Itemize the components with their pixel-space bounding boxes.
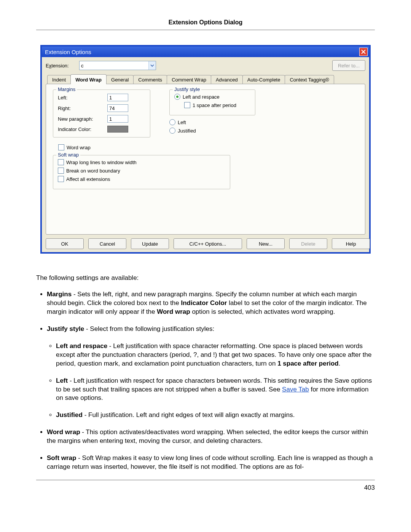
settings-intro: The following settings are available:: [36, 274, 375, 282]
justify-left-respace-radio[interactable]: [174, 94, 180, 100]
tab-strip: Indent Word Wrap General Comments Commen…: [46, 74, 365, 84]
refer-to-button[interactable]: Refer to...: [332, 60, 365, 71]
justify-left-radio[interactable]: [169, 119, 175, 125]
break-word-boundary-label: Break on word boundary: [66, 168, 120, 174]
tab-word-wrap[interactable]: Word Wrap: [70, 74, 107, 84]
wrap-long-lines-label: Wrap long lines to window width: [66, 160, 137, 165]
list-item: Justified - Full justification. Left and…: [56, 411, 375, 420]
new-button[interactable]: New...: [247, 238, 285, 249]
extension-dropdown-button[interactable]: [148, 61, 156, 70]
margin-left-label: Left:: [58, 95, 107, 101]
cancel-button[interactable]: Cancel: [88, 238, 126, 249]
extension-options-dialog: Extension Options Extension: Refer to...: [41, 45, 370, 253]
soft-wrap-group: Soft wrap Wrap long lines to window widt…: [53, 155, 230, 189]
margin-right-input[interactable]: [107, 104, 128, 112]
page-header: Extension Options Dialog: [36, 19, 375, 30]
tab-panel-word-wrap: Margins Left: Right: New paragraph: Indi…: [46, 84, 365, 235]
indicator-color-swatch[interactable]: [107, 126, 128, 133]
list-item: Left and respace - Left justification wi…: [56, 342, 375, 368]
justify-left-respace-label: Left and respace: [183, 94, 220, 100]
margin-right-label: Right:: [58, 105, 107, 111]
list-item: Justify style - Select from the followin…: [47, 325, 375, 420]
justify-justified-radio[interactable]: [169, 128, 175, 134]
extension-label: Extension:: [46, 63, 76, 69]
word-wrap-check[interactable]: [58, 144, 64, 150]
dialog-titlebar: Extension Options: [42, 46, 369, 57]
settings-list: Margins - Sets the left, right, and new …: [36, 290, 375, 471]
margin-newpara-input[interactable]: [107, 115, 128, 123]
language-options-button[interactable]: C/C++ Options...: [174, 238, 242, 249]
break-word-boundary-check[interactable]: [58, 168, 64, 174]
affect-all-extensions-label: Affect all extensions: [66, 176, 110, 182]
tab-context-tagging[interactable]: Context Tagging®: [285, 75, 334, 84]
help-button[interactable]: Help: [332, 238, 370, 249]
margins-group: Margins Left: Right: New paragraph: Indi…: [53, 89, 150, 137]
justify-style-group: Justify style Left and respace 1 space a…: [169, 89, 255, 115]
extension-combo[interactable]: [79, 61, 156, 70]
margin-newpara-label: New paragraph:: [58, 116, 107, 122]
wrap-long-lines-check[interactable]: [58, 159, 64, 165]
extension-input[interactable]: [80, 61, 148, 70]
justify-legend: Justify style: [173, 86, 201, 92]
word-wrap-label: Word wrap: [67, 145, 91, 150]
ok-button[interactable]: OK: [46, 238, 84, 249]
tab-auto-complete[interactable]: Auto-Complete: [242, 75, 285, 84]
dialog-title: Extension Options: [45, 49, 359, 55]
tab-general[interactable]: General: [106, 75, 134, 84]
list-item: Margins - Sets the left, right, and new …: [47, 290, 375, 316]
tab-advanced[interactable]: Advanced: [211, 75, 243, 84]
justify-left-label: Left: [178, 120, 186, 125]
list-item: Soft wrap - Soft Wrap makes it easy to v…: [47, 454, 375, 471]
save-tab-link[interactable]: Save Tab: [282, 386, 309, 393]
page-number: 403: [36, 480, 375, 492]
list-item: Word wrap - This option activates/deacti…: [47, 428, 375, 446]
tab-comments[interactable]: Comments: [133, 75, 167, 84]
close-button[interactable]: [359, 48, 368, 56]
close-icon: [361, 49, 366, 54]
chevron-down-icon: [150, 64, 154, 67]
update-button[interactable]: Update: [131, 238, 169, 249]
list-item: Left - Left justification with respect f…: [56, 377, 375, 403]
affect-all-extensions-check[interactable]: [58, 176, 64, 182]
one-space-after-period-check[interactable]: [184, 102, 190, 108]
delete-button[interactable]: Delete: [289, 238, 327, 249]
tab-indent[interactable]: Indent: [47, 75, 71, 84]
soft-wrap-legend: Soft wrap: [56, 152, 80, 158]
margin-left-input[interactable]: [107, 94, 128, 101]
one-space-after-period-label: 1 space after period: [193, 102, 236, 108]
justify-justified-label: Justified: [178, 128, 196, 134]
indicator-color-label: Indicator Color:: [58, 126, 107, 132]
tab-comment-wrap[interactable]: Comment Wrap: [167, 75, 211, 84]
margins-legend: Margins: [56, 86, 77, 92]
